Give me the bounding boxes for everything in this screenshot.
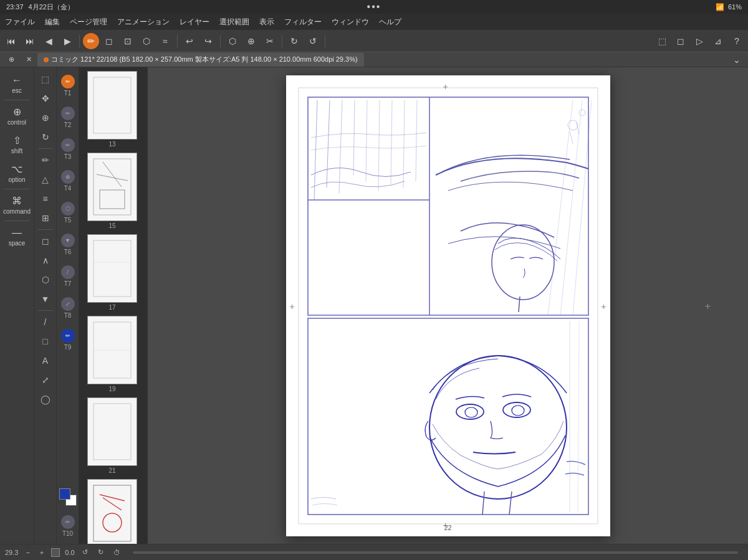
menu-item-file[interactable]: ファイル (5, 17, 35, 27)
menu-item-window[interactable]: ウィンドウ (332, 17, 369, 27)
doc-tab[interactable]: コミック 121* 22/108 (B5 182.00 × 257.00mm 製… (37, 53, 364, 67)
zoom-out-button[interactable]: − (23, 548, 32, 558)
toolbar-shape-mode[interactable]: ◻ (100, 32, 118, 50)
tool-grid[interactable]: ⊞ (36, 209, 55, 227)
toolbar-nav-1[interactable]: ⏮ (2, 32, 20, 50)
t-slot-7[interactable]: / T7 (58, 260, 78, 292)
esc-key[interactable]: ← esc (1, 70, 32, 98)
shift-key[interactable]: ⇧ shift (1, 130, 32, 159)
battery-display: 61% (728, 3, 742, 11)
zoom-reset-button[interactable] (51, 548, 60, 557)
option-key[interactable]: ⌥ option (1, 159, 32, 187)
menu-item-animation[interactable]: アニメーション (117, 17, 170, 27)
svg-line-29 (327, 100, 330, 187)
time-display: 23:37 (6, 3, 24, 11)
undo-button[interactable]: ↩ (181, 32, 198, 50)
t-slot-3[interactable]: ✏ T3 (58, 133, 78, 164)
tool-rotate[interactable]: ↻ (36, 128, 55, 146)
toolbar-right-4[interactable]: ⊿ (709, 32, 727, 50)
canvas-area[interactable]: + + + + + + + + (148, 67, 748, 544)
toolbar-right-1[interactable]: ⬚ (653, 32, 671, 50)
space-key[interactable]: — space (1, 222, 32, 251)
redo-button[interactable]: ↪ (199, 32, 217, 50)
command-key[interactable]: ⌘ command (1, 191, 32, 219)
toolbar-tool-1[interactable]: ↻ (285, 32, 303, 50)
tool-selection[interactable]: ⬚ (36, 70, 55, 88)
tool-shape[interactable]: □ (36, 332, 55, 351)
menu-item-page[interactable]: ページ管理 (70, 17, 107, 27)
t-slot-10[interactable]: ✏ T10 (58, 510, 78, 541)
menu-item-view[interactable]: 表示 (259, 17, 274, 27)
t-slot-1[interactable]: ✏ T1 (58, 70, 78, 101)
tool-vector[interactable]: △ (36, 170, 55, 189)
menu-item-selection[interactable]: 選択範囲 (219, 17, 249, 27)
t10-label: T10 (62, 530, 73, 537)
svg-line-49 (482, 491, 484, 515)
page-thumb-19[interactable]: 19 (82, 315, 143, 394)
tool-zoom[interactable]: ⊕ (36, 108, 55, 127)
tool-pen[interactable]: ✏ (36, 151, 55, 169)
doc-tab-bar: ⊕ ✕ コミック 121* 22/108 (B5 182.00 × 257.00… (0, 52, 748, 67)
space-label: space (9, 240, 26, 247)
tool-transform[interactable]: ⤢ (36, 371, 55, 389)
rotate-ccw-button[interactable]: ↺ (80, 547, 90, 558)
drawing-canvas[interactable]: + + + + (286, 75, 610, 536)
toolbar-transform-1[interactable]: ⬡ (224, 32, 241, 50)
rotate-cw-button[interactable]: ↻ (95, 547, 106, 558)
toolbar-fill-mode[interactable]: ⬡ (138, 32, 155, 50)
tool-brush[interactable]: ∧ (36, 251, 55, 270)
t-slot-5[interactable]: ⬡ T5 (58, 197, 78, 228)
toolbar-nav-4[interactable]: ▶ (59, 32, 76, 50)
zoom-in-button[interactable]: + (37, 548, 46, 558)
toolbar-sub-1[interactable]: ⊕ (2, 51, 20, 69)
t-slot-4[interactable]: ⊕ T4 (58, 165, 78, 196)
toolbar-transform-3[interactable]: ✂ (261, 32, 279, 50)
t-slot-8[interactable]: ⤢ T8 (58, 292, 78, 323)
toolbar-blur-mode[interactable]: ≈ (156, 32, 174, 50)
page-thumb-15[interactable]: 15 (82, 151, 143, 230)
menu-item-help[interactable]: ヘルプ (379, 17, 401, 27)
tool-line[interactable]: / (36, 313, 55, 331)
toolbar-select-mode[interactable]: ⊡ (119, 32, 137, 50)
t8-icon: ⤢ (61, 297, 75, 311)
toolbar-nav-2[interactable]: ⏭ (21, 32, 39, 50)
toolbar-transform-2[interactable]: ⊕ (242, 32, 260, 50)
toolbar-nav-3[interactable]: ◀ (40, 32, 57, 50)
page-thumb-img-13 (87, 71, 137, 140)
t-slot-9[interactable]: ✏ T9 (58, 324, 78, 355)
time-button[interactable]: ⏱ (111, 548, 123, 558)
tool-eraser[interactable]: ◻ (36, 232, 55, 250)
toolbar-brush-mode[interactable]: ✏ (83, 33, 99, 49)
page-thumb-23[interactable]: 23 (82, 478, 143, 544)
tool-layer[interactable]: ≡ (36, 189, 55, 208)
tab-expand[interactable]: ⌄ (728, 51, 746, 69)
tool-paint[interactable]: ⬡ (36, 270, 55, 289)
t-slot-6[interactable]: ▼ T6 (58, 229, 78, 260)
toolbar-tool-2[interactable]: ↺ (304, 32, 322, 50)
sep-3 (220, 35, 221, 47)
menu-item-filter[interactable]: フィルター (284, 17, 322, 27)
menu-item-layer[interactable]: レイヤー (180, 17, 209, 27)
color-swatches[interactable] (59, 488, 77, 506)
page-thumb-21[interactable]: 21 (82, 396, 143, 475)
t3-label: T3 (64, 153, 72, 160)
bottom-slider[interactable] (133, 551, 738, 554)
toolbar-right-3[interactable]: ▷ (691, 32, 708, 50)
tool-text[interactable]: A (36, 351, 55, 370)
control-key[interactable]: ⊕ control (1, 102, 32, 130)
tool-move[interactable]: ✥ (36, 89, 55, 108)
toolbar-right-5[interactable]: ? (728, 32, 746, 50)
page-thumb-17[interactable]: 17 (82, 233, 143, 312)
t6-icon: ▼ (61, 234, 75, 247)
foreground-color-swatch[interactable] (59, 488, 70, 500)
tool-fill[interactable]: ▼ (36, 290, 55, 308)
t-slot-2[interactable]: ✏ T2 (58, 102, 78, 133)
tool-speech[interactable]: ◯ (36, 390, 55, 409)
shift-label: shift (11, 148, 22, 154)
option-icon: ⌥ (11, 163, 22, 175)
dots-menu[interactable]: ••• (367, 1, 381, 12)
page-thumb-13[interactable]: 13 (82, 70, 143, 149)
menu-item-edit[interactable]: 編集 (45, 17, 60, 27)
toolbar-right-2[interactable]: ◻ (672, 32, 689, 50)
toolbar-sub-close[interactable]: ✕ (20, 51, 37, 69)
